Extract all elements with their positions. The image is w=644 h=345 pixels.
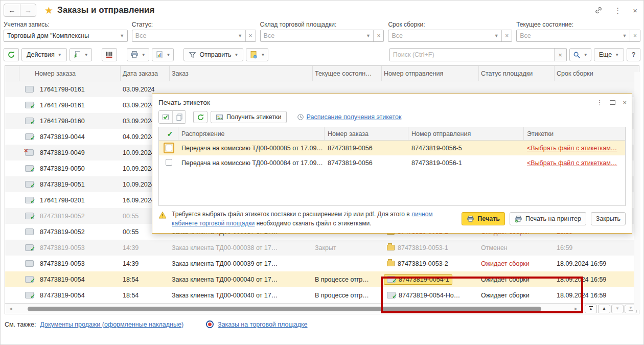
- back-button[interactable]: ←: [4, 4, 20, 16]
- get-link-icon[interactable]: [593, 5, 604, 15]
- marketplace-status: Ожидает сборки: [479, 276, 555, 283]
- forward-button[interactable]: →: [20, 4, 36, 16]
- dlg-shipment-number: 87473819-0056-5: [408, 145, 524, 152]
- search-menu-button[interactable]: ▼: [569, 48, 591, 61]
- help-label: ?: [632, 51, 635, 58]
- col-order[interactable]: Заказ: [170, 66, 313, 81]
- table-row[interactable]: 87473819-0053 14:39 Заказ клиента ТД00-0…: [5, 256, 639, 271]
- filter: Срок сборки: Все ▼ ×: [388, 21, 512, 42]
- filter-clear-icon[interactable]: ×: [630, 30, 640, 41]
- print-to-printer-button[interactable]: Печать на принтер: [510, 212, 586, 225]
- table-row[interactable]: 87473819-0053 14:39 Заказ клиента ТД00-0…: [5, 240, 639, 256]
- row-checkbox[interactable]: [166, 159, 172, 166]
- current-state: Закрыт: [313, 244, 382, 251]
- current-state: В процессе отгр…: [313, 276, 382, 283]
- actions-button[interactable]: Действия▼: [21, 48, 67, 61]
- chevron-down-icon[interactable]: ▼: [117, 30, 127, 41]
- current-state: В процессе отгр…: [313, 292, 382, 299]
- vertical-scrollbar[interactable]: [634, 72, 640, 310]
- print-button[interactable]: Печать: [462, 212, 505, 225]
- filter-input[interactable]: Все ▼ ×: [388, 30, 512, 42]
- col-assembly-deadline[interactable]: Срок сборки: [555, 66, 631, 81]
- col-marketplace-status[interactable]: Статус площадки: [479, 66, 555, 81]
- scroll-left-icon[interactable]: ◄: [7, 306, 14, 311]
- dialog-close-button[interactable]: Закрыть: [591, 212, 626, 225]
- filter-input[interactable]: Торговый дом "Комплексны ▼: [4, 30, 128, 42]
- get-labels-button[interactable]: Получить этикетки: [211, 111, 287, 123]
- labels-schedule-link[interactable]: Расписание получения этикеток: [307, 113, 402, 121]
- col-disposal[interactable]: Распоряжение: [178, 127, 325, 140]
- order-date: 18:54: [121, 276, 170, 283]
- warning-icon: [158, 211, 167, 219]
- order-state-icon: [25, 165, 34, 172]
- dialog-refresh-button[interactable]: [193, 111, 208, 123]
- chevron-down-icon[interactable]: ▼: [235, 30, 245, 41]
- choose-labels-file-link[interactable]: <Выбрать файл с этикеткам…: [527, 159, 617, 167]
- search-input[interactable]: [390, 49, 554, 61]
- shipment-number: 87473819-0053-2: [398, 260, 448, 267]
- uncheck-all-button[interactable]: [172, 111, 186, 123]
- choose-labels-file-link[interactable]: <Выбрать файл с этикеткам…: [527, 145, 617, 152]
- dialog-table-row[interactable]: Передача на комиссию ТД00-000085 от 17.0…: [159, 141, 625, 155]
- reports-button[interactable]: ▼: [152, 48, 174, 61]
- order-number: 87473819-0053: [40, 260, 85, 267]
- scrollbar-track[interactable]: [14, 306, 572, 312]
- check-all-button[interactable]: [159, 111, 172, 123]
- order-number: 87473819-0052: [40, 228, 85, 236]
- order-number: 87473819-0051: [40, 181, 85, 188]
- col-shipment-number[interactable]: Номер отправления: [382, 66, 479, 81]
- filter-input[interactable]: Все ▼ ×: [132, 30, 256, 42]
- order-state-icon: [25, 102, 34, 108]
- chevron-down-icon[interactable]: ▼: [619, 30, 630, 41]
- filter-input[interactable]: Все ▼ ×: [260, 30, 384, 42]
- get-labels-label: Получить этикетки: [226, 113, 282, 121]
- titlebar: ← → ★ Заказы и отправления ⋮ ×: [1, 1, 643, 20]
- filter-value: Все: [261, 30, 363, 41]
- dialog-close-icon[interactable]: ×: [623, 99, 627, 106]
- send-button[interactable]: Отправить▼: [183, 48, 243, 61]
- chevron-down-icon[interactable]: ▼: [363, 30, 373, 41]
- col-order-date[interactable]: Дата заказа: [121, 66, 170, 81]
- sales-documents-link[interactable]: Документы продажи (оформленные накладные…: [40, 321, 183, 328]
- filter-clear-icon[interactable]: ×: [501, 30, 512, 41]
- chevron-down-icon[interactable]: ▼: [491, 30, 501, 41]
- print-menu-button[interactable]: ▼: [127, 48, 149, 61]
- order-state-icon: [25, 149, 34, 156]
- go-first-row-button[interactable]: ▲: [585, 305, 597, 313]
- row-checkbox[interactable]: [166, 145, 172, 151]
- window-menu-icon[interactable]: ⋮: [613, 6, 623, 15]
- col-order-number[interactable]: Номер заказа: [19, 66, 121, 81]
- col-current-state[interactable]: Текущее состоян…: [313, 66, 382, 81]
- filter-clear-icon[interactable]: ×: [245, 30, 256, 41]
- dialog-table-row[interactable]: Передача на комиссию ТД00-000084 от 17.0…: [159, 155, 625, 170]
- scrollbar-thumb[interactable]: [28, 307, 541, 311]
- window-close-icon[interactable]: ×: [632, 6, 638, 15]
- dialog-maximize-icon[interactable]: [610, 99, 615, 106]
- go-next-row-button[interactable]: ▼: [611, 305, 624, 313]
- table-row[interactable]: 87473819-0054 18:54 Заказ клиента ТД00-0…: [5, 287, 639, 303]
- go-prev-row-button[interactable]: ▲: [598, 305, 610, 313]
- help-button[interactable]: ?: [627, 48, 640, 61]
- col-dlg-shipment-number[interactable]: Номер отправления: [408, 127, 524, 140]
- shipment-cell: [384, 90, 390, 93]
- dialog-table-body: Передача на комиссию ТД00-000085 от 17.0…: [159, 141, 625, 170]
- dialog-footer: Требуется выбрать файл этикеток поставки…: [152, 206, 632, 233]
- more-button[interactable]: Еще▼: [594, 48, 624, 61]
- col-dlg-order-number[interactable]: Номер заказа: [325, 127, 408, 140]
- dialog-menu-icon[interactable]: ⋮: [596, 99, 603, 106]
- col-labels[interactable]: Этикетки: [524, 127, 625, 140]
- search-clear-icon[interactable]: ×: [554, 49, 566, 61]
- load-orders-button[interactable]: ▼: [70, 48, 92, 61]
- filter-label: Срок сборки:: [388, 21, 512, 28]
- filter-clear-icon[interactable]: ×: [373, 30, 383, 41]
- barcode-button[interactable]: [102, 48, 117, 61]
- scroll-right-icon[interactable]: ►: [572, 306, 580, 311]
- labels-file-button[interactable]: ▼: [246, 48, 268, 61]
- table-row[interactable]: 87473819-0054 18:54 Заказ клиента ТД00-0…: [5, 271, 639, 287]
- filter-input[interactable]: Все ▼ ×: [516, 30, 640, 42]
- refresh-button[interactable]: [4, 48, 19, 61]
- marketplace-orders-link[interactable]: Заказы на торговой площадке: [218, 321, 307, 328]
- disposal-document: Передача на комиссию ТД00-000084 от 17.0…: [178, 159, 325, 167]
- dlg-shipment-number: 87473819-0056-1: [408, 159, 524, 167]
- favorite-star-icon[interactable]: ★: [44, 5, 53, 16]
